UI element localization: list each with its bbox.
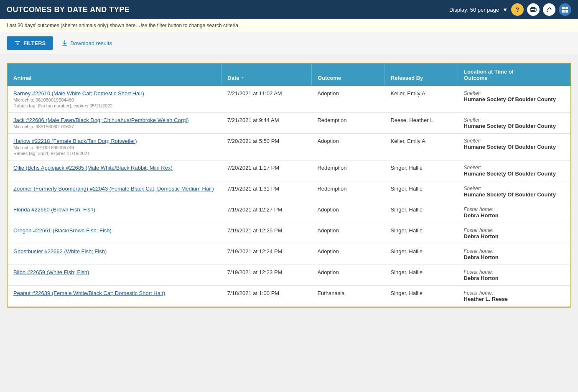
table-row: Barney #22610 (Male White Cat; Domestic …: [8, 86, 570, 113]
svg-rect-8: [565, 10, 568, 13]
animal-link[interactable]: Zoomer (Formerly Boomerang) #22043 (Fema…: [13, 186, 214, 192]
animal-cell: Zoomer (Formerly Boomerang) #22043 (Fema…: [8, 181, 222, 202]
date-cell: 7/20/2021 at 5:50 PM: [222, 134, 312, 160]
location-cell: Shelter:Humane Society Of Boulder County: [458, 160, 570, 181]
animal-link[interactable]: Oregon #22661 (Black/Brown Fish; Fish): [13, 227, 112, 234]
svg-rect-12: [62, 45, 67, 46]
animal-link[interactable]: Peanut #22639 (Female White/Black Cat; D…: [13, 290, 165, 296]
location-name: Debra Horton: [464, 254, 565, 260]
grid-button[interactable]: [559, 3, 571, 16]
date-cell: 7/19/2021 at 12:25 PM: [222, 223, 312, 244]
released-by-cell: Singer, Hallie: [384, 244, 458, 265]
location-label: Shelter:: [464, 90, 565, 96]
date-cell: 7/20/2021 at 1:17 PM: [222, 160, 312, 181]
outcome-cell: Adoption: [311, 223, 384, 244]
location-name: Debra Horton: [464, 233, 565, 239]
date-cell: 7/19/2021 at 1:31 PM: [222, 181, 312, 202]
col-date-label: Date ↑: [227, 75, 243, 81]
table-row: Harlow #22218 (Female Black/Tan Dog; Rot…: [8, 134, 570, 160]
outcome-cell: Redemption: [311, 181, 384, 202]
col-animal-label: Animal: [13, 75, 31, 81]
col-animal[interactable]: Animal: [8, 64, 222, 86]
location-name: Debra Horton: [464, 212, 565, 219]
outcome-cell: Adoption: [311, 265, 384, 286]
location-label: Foster home:: [464, 206, 565, 212]
svg-line-4: [547, 10, 548, 12]
animal-cell: Florida #22660 (Brown Fish; Fish): [8, 202, 222, 223]
results-table-container: Animal Date ↑ Outcome Released By Locati…: [7, 63, 571, 308]
table-row: Zoomer (Formerly Boomerang) #22043 (Fema…: [8, 181, 570, 202]
animal-link[interactable]: Bilbo #22659 (White Fish; Fish): [13, 269, 89, 275]
date-cell: 7/21/2021 at 11:02 AM: [222, 86, 312, 113]
location-label: Foster home:: [464, 290, 565, 296]
location-label: Foster home:: [464, 227, 565, 233]
download-link[interactable]: Download results: [61, 40, 112, 46]
table-row: Peanut #22639 (Female White/Black Cat; D…: [8, 286, 570, 307]
animal-link[interactable]: Harlow #22218 (Female Black/Tan Dog; Rot…: [13, 138, 137, 144]
animal-microchip: Microchip: 991001898009749: [13, 145, 216, 150]
location-cell: Shelter:Humane Society Of Boulder County: [458, 181, 570, 202]
display-label: Display: 50 per page: [449, 7, 499, 13]
animal-link[interactable]: Ghostbuster #22662 (White Fish; Fish): [13, 248, 107, 255]
table-row: Bilbo #22659 (White Fish; Fish)7/19/2021…: [8, 265, 570, 286]
animal-link[interactable]: Jack #22686 (Male Fawn/Black Dog; Chihua…: [13, 117, 189, 123]
location-cell: Foster home:Debra Horton: [458, 223, 570, 244]
svg-rect-2: [531, 10, 535, 12]
table-row: Ollie (Bchs Applejack #22685 (Male White…: [8, 160, 570, 181]
location-label: Foster home:: [464, 248, 565, 254]
released-by-cell: Singer, Hallie: [384, 202, 458, 223]
location-name: Humane Society Of Boulder County: [464, 191, 565, 198]
released-by-cell: Keller, Emily A.: [384, 134, 458, 160]
animal-rabies-tag: Rabies tag: [No tag number], expires 05/…: [13, 103, 216, 108]
location-name: Humane Society Of Boulder County: [464, 144, 565, 150]
location-cell: Foster home:Heather L. Reese: [458, 286, 570, 307]
filters-button[interactable]: FILTERS: [7, 36, 53, 50]
col-date[interactable]: Date ↑: [222, 64, 312, 86]
animal-link[interactable]: Barney #22610 (Male White Cat; Domestic …: [13, 90, 144, 97]
svg-rect-6: [565, 7, 568, 9]
location-label: Shelter:: [464, 186, 565, 191]
svg-rect-0: [531, 7, 535, 9]
animal-cell: Ghostbuster #22662 (White Fish; Fish): [8, 244, 222, 265]
outcome-cell: Adoption: [311, 202, 384, 223]
animal-microchip: Microchip: 985156060100637: [13, 124, 216, 129]
animal-cell: Harlow #22218 (Female Black/Tan Dog; Rot…: [8, 134, 222, 160]
table-header-row: Animal Date ↑ Outcome Released By Locati…: [8, 64, 570, 86]
location-cell: Shelter:Humane Society Of Boulder County: [458, 113, 570, 134]
col-location[interactable]: Location at Time ofOutcome: [458, 64, 570, 86]
col-outcome[interactable]: Outcome: [311, 64, 384, 86]
location-cell: Foster home:Debra Horton: [458, 202, 570, 223]
released-by-cell: Singer, Hallie: [384, 286, 458, 307]
page-title: OUTCOMES BY DATE AND TYPE: [7, 5, 130, 14]
location-label: Foster home:: [464, 269, 565, 275]
animal-link[interactable]: Ollie (Bchs Applejack #22685 (Male White…: [13, 165, 173, 171]
outcome-cell: Adoption: [311, 86, 384, 113]
pin-button[interactable]: [543, 3, 555, 16]
col-outcome-label: Outcome: [318, 75, 341, 81]
animal-cell: Ollie (Bchs Applejack #22685 (Male White…: [8, 160, 222, 181]
svg-rect-7: [562, 10, 565, 13]
location-name: Debra Horton: [464, 275, 565, 281]
outcome-cell: Adoption: [311, 134, 384, 160]
location-cell: Shelter:Humane Society Of Boulder County: [458, 86, 570, 113]
released-by-cell: Singer, Hallie: [384, 181, 458, 202]
location-name: Humane Society Of Boulder County: [464, 123, 565, 129]
display-dropdown-arrow: ▼: [502, 7, 508, 13]
toolbar: FILTERS Download results: [0, 32, 578, 54]
released-by-cell: Reese, Heather L.: [384, 113, 458, 134]
animal-link[interactable]: Florida #22660 (Brown Fish; Fish): [13, 206, 95, 213]
location-name: Humane Society Of Boulder County: [464, 96, 565, 102]
date-cell: 7/19/2021 at 12:23 PM: [222, 265, 312, 286]
animal-cell: Barney #22610 (Male White Cat; Domestic …: [8, 86, 222, 113]
date-cell: 7/18/2021 at 1:00 PM: [222, 286, 312, 307]
outcome-cell: Redemption: [311, 160, 384, 181]
animal-cell: Bilbo #22659 (White Fish; Fish): [8, 265, 222, 286]
col-released-by[interactable]: Released By: [384, 64, 458, 86]
outcome-cell: Adoption: [311, 244, 384, 265]
animal-cell: Peanut #22639 (Female White/Black Cat; D…: [8, 286, 222, 307]
animal-cell: Oregon #22661 (Black/Brown Fish; Fish): [8, 223, 222, 244]
print-button[interactable]: [527, 3, 540, 16]
help-button[interactable]: ?: [511, 3, 524, 16]
date-cell: 7/19/2021 at 12:27 PM: [222, 202, 312, 223]
svg-point-3: [535, 9, 535, 10]
